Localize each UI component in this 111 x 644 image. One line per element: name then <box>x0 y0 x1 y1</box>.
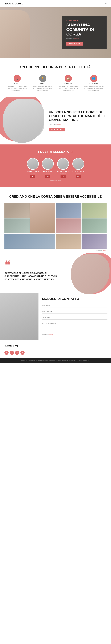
feature-icon-corsa: 🏃 <box>39 75 46 82</box>
hero-content-box: CORRI CON NOI SIAMO UNA COMUNITÀ DI CORS… <box>62 16 106 49</box>
accessible-title: CREDIAMO CHE LA CORSA DEBBA ESSERE ACCES… <box>4 195 106 198</box>
quote-content: ❝ QUESTA È LA BELLEZZA DELLA PISTA. CI C… <box>4 262 61 281</box>
contact-credit: Immagine da Freepik <box>42 334 108 335</box>
twitter-icon[interactable]: t <box>10 351 14 355</box>
trainers-credit: Immagine da Freepik <box>4 180 106 181</box>
gallery-cell-1 <box>4 203 30 218</box>
trainer-name-3: PATRIK FRANK <box>72 171 84 172</box>
gallery-cell-2 <box>30 203 55 233</box>
trainer-role-3: Allenatore <box>72 172 84 174</box>
trainer-avatar-3 <box>72 158 84 170</box>
join-content: UNISCITI A NOI PER LE CORSE DI GRUPPO GR… <box>49 110 106 132</box>
feature-icon-comunita: 🌐 <box>90 75 98 82</box>
nav-logo: BLOG IN CORSO <box>4 2 24 5</box>
trainer-bio-button-1[interactable]: Bio <box>45 175 50 178</box>
gallery-cell-7 <box>82 218 107 233</box>
contact-first-name-input[interactable] <box>42 304 108 308</box>
contact-image <box>0 292 38 340</box>
trainer-card-2: MEGAN CONRAY Allenatore Bio <box>57 158 70 178</box>
feature-label-a-piedi: A PIEDI <box>7 83 28 85</box>
social-icons-row: f t in ▶ <box>4 351 106 355</box>
trainer-avatar-1 <box>42 158 54 170</box>
feature-label-interno: INTERNO <box>58 83 79 85</box>
hero-section: CORRI CON NOI SIAMO UNA COMUNITÀ DI CORS… <box>0 8 111 58</box>
features-row: 🚶 A PIEDI Sample text. Click to select t… <box>4 74 106 93</box>
join-title: UNISCITI A NOI PER LE CORSE DI GRUPPO GR… <box>49 110 106 122</box>
hero-subtitle: Immagine da Freepik <box>66 38 102 39</box>
feature-text-corsa: Sample text. Click to select the text bo… <box>32 86 53 91</box>
running-icon: 🏃 <box>41 77 44 80</box>
contact-message-input[interactable] <box>42 321 108 330</box>
join-subtitle: Immagine da Freepik <box>49 124 106 125</box>
section-join: UNISCITI A NOI PER LE CORSE DI GRUPPO GR… <box>0 97 111 144</box>
feature-label-corsa: CORSA <box>32 83 53 85</box>
community-icon: 🌐 <box>92 77 96 80</box>
trainer-avatar-2 <box>57 158 69 170</box>
linkedin-icon[interactable]: in <box>15 351 19 355</box>
section-social: SEGUICI f t in ▶ <box>0 340 111 358</box>
footer-text: Sample text. Click to select the text bo… <box>4 360 106 361</box>
feature-text-comunita: Sample text. Click to select the text bo… <box>84 86 104 91</box>
hero-person-image <box>0 10 30 58</box>
trainers-title: I NOSTRI ALLENATORI <box>4 150 106 154</box>
facebook-icon[interactable]: f <box>4 351 8 355</box>
indoor-icon: 🏠 <box>66 77 70 80</box>
feature-icon-a-piedi: 🚶 <box>14 75 21 82</box>
feature-label-comunita: COMUNITÀ <box>84 83 104 85</box>
quote-mark: ❝ <box>4 262 61 269</box>
youtube-icon[interactable]: ▶ <box>20 351 24 355</box>
trainer-name-0: AMANDA SMITH <box>27 171 39 172</box>
feature-text-interno: Sample text. Click to select the text bo… <box>58 86 79 91</box>
hero-title: SIAMO UNA COMUNITÀ DI CORSA <box>66 23 102 36</box>
contact-email-input[interactable] <box>42 316 108 320</box>
trainer-role-2: Allenatore <box>57 172 70 174</box>
quote-text: QUESTA È LA BELLEZZA DELLA PISTA. CI CIR… <box>4 272 61 281</box>
trainers-grid: AMANDA SMITH Allenatore Bio NICK DAVIS A… <box>4 158 106 178</box>
feature-corsa: 🏃 CORSA Sample text. Click to select the… <box>30 74 56 93</box>
gallery-cell-4 <box>82 203 107 218</box>
trainer-bio-button-0[interactable]: Bio <box>30 175 35 178</box>
gallery-credit: Immagini da Freepik <box>4 250 106 251</box>
trainer-name-1: NICK DAVIS <box>42 171 54 172</box>
join-person-image <box>3 98 44 143</box>
gallery-cell-6 <box>56 218 81 233</box>
section-group-title: UN GRUPPO DI CORSA PER TUTTE LE ETÀ <box>4 65 106 69</box>
feature-a-piedi: 🚶 A PIEDI Sample text. Click to select t… <box>4 74 30 93</box>
gallery-cell-9 <box>56 234 81 249</box>
contact-last-name-input[interactable] <box>42 310 108 314</box>
feature-icon-interno: 🏠 <box>65 75 72 82</box>
gallery-cell-10 <box>82 234 107 249</box>
social-title: SEGUICI <box>4 344 106 348</box>
trainer-card-0: AMANDA SMITH Allenatore Bio <box>27 158 39 178</box>
gallery-grid <box>4 203 106 249</box>
gallery-cell-8 <box>4 234 55 249</box>
feature-comunita: 🌐 COMUNITÀ Sample text. Click to select … <box>81 74 107 93</box>
trainer-bio-button-3[interactable]: Bio <box>76 175 81 178</box>
gallery-cell-3 <box>56 203 81 218</box>
join-cta-button[interactable]: ISCRIVITI ORA <box>49 128 65 132</box>
hero-cta-button[interactable]: UNISCITI A NOI <box>66 42 83 46</box>
trainer-name-2: MEGAN CONRAY <box>57 171 70 172</box>
trainer-role-1: Allenatore <box>42 172 54 174</box>
hero-pre-label: CORRI CON NOI <box>66 20 102 22</box>
section-trainers: I NOSTRI ALLENATORI AMANDA SMITH Allenat… <box>0 144 111 187</box>
trainer-avatar-0 <box>27 158 39 170</box>
trainer-role-0: Allenatore <box>27 172 39 174</box>
contact-title: MODULO DI CONTATTO <box>42 297 108 300</box>
trainer-card-1: NICK DAVIS Allenatore Bio <box>42 158 54 178</box>
navbar: BLOG IN CORSO ≡ <box>0 0 111 8</box>
section-contact: MODULO DI CONTATTO Immagine da Freepik <box>0 292 111 340</box>
section-quote: ❝ QUESTA È LA BELLEZZA DELLA PISTA. CI C… <box>0 254 111 292</box>
nav-hamburger[interactable]: ≡ <box>105 2 106 5</box>
footer: Sample text. Click to select the text bo… <box>0 358 111 363</box>
feature-interno: 🏠 INTERNO Sample text. Click to select t… <box>56 74 81 93</box>
section-group-ages: UN GRUPPO DI CORSA PER TUTTE LE ETÀ 🚶 A … <box>0 58 111 97</box>
trainer-card-3: PATRIK FRANK Allenatore Bio <box>72 158 84 178</box>
feature-text-a-piedi: Sample text. Click to select the text bo… <box>7 86 28 91</box>
gallery-cell-5 <box>4 218 30 233</box>
contact-form: MODULO DI CONTATTO Immagine da Freepik <box>38 292 111 340</box>
trainer-bio-button-2[interactable]: Bio <box>60 175 66 178</box>
walking-icon: 🚶 <box>16 77 19 80</box>
section-accessible: CREDIAMO CHE LA CORSA DEBBA ESSERE ACCES… <box>0 187 111 251</box>
